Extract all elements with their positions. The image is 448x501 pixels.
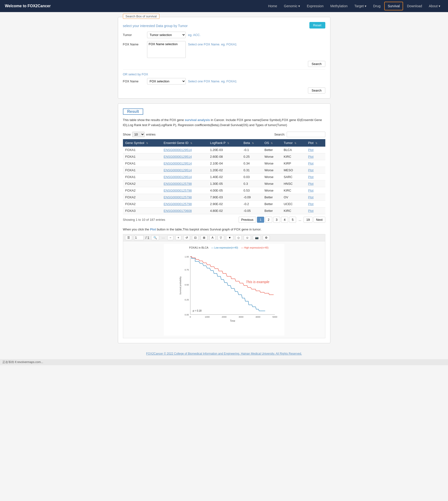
- fox-select[interactable]: FOX selection: [147, 78, 186, 84]
- table-row: FOXA1 ENSG00000129514 1.40E-02 0.03 Wors…: [123, 173, 325, 180]
- nav-download[interactable]: Download: [404, 2, 425, 10]
- cell-ensembl: ENSG00000129514: [161, 173, 208, 180]
- table-search-input[interactable]: [287, 132, 325, 137]
- toolbar-minus-btn[interactable]: −: [167, 235, 173, 240]
- toolbar-refresh-btn[interactable]: ↺: [183, 235, 190, 240]
- toolbar-settings-btn[interactable]: ⚙: [263, 235, 270, 240]
- table-row: FOXA2 ENSG00000125798 1.30E-05 0.3 Worse…: [123, 180, 325, 187]
- toolbar-erase-btn[interactable]: ◇: [235, 235, 242, 240]
- nav-target[interactable]: Target: [352, 2, 369, 10]
- next-page-button[interactable]: Next: [314, 217, 325, 223]
- entries-select[interactable]: 10 25 50 100: [132, 132, 145, 137]
- tumor-label: Tumor: [123, 32, 147, 37]
- cell-tumor: OV: [281, 194, 306, 200]
- cell-gene: FOXA1: [123, 160, 161, 167]
- col-gene-symbol[interactable]: Gene Symbol ⇅: [123, 139, 161, 147]
- chart-svg: 0.00 0.25 0.50 0.75 1.00 0 1000 2000 300…: [178, 251, 280, 330]
- cell-gene: FOXA2: [123, 194, 161, 200]
- pagination: Showing 1 to 10 of 187 entries Previous …: [123, 217, 325, 223]
- ensembl-link[interactable]: ENSG00000129514: [164, 162, 192, 165]
- cell-os: Worse: [262, 167, 281, 173]
- toolbar-filter-btn[interactable]: ▽: [218, 235, 224, 240]
- toolbar-text-btn[interactable]: A: [209, 235, 216, 240]
- col-beta[interactable]: Beta ⇅: [241, 139, 262, 147]
- fox-select-hint: Select one FOX Name. eg. FOXA1: [188, 78, 237, 83]
- nav-survival[interactable]: Survival: [384, 2, 403, 10]
- cell-beta: -0.05: [241, 207, 262, 214]
- col-os[interactable]: OS ⇅: [262, 139, 281, 147]
- reset-button[interactable]: Reset: [309, 22, 325, 29]
- cell-gene: FOXA2: [123, 200, 161, 207]
- plot-link[interactable]: Plot: [308, 189, 314, 192]
- result-panel: Result This table show the results of th…: [118, 103, 330, 343]
- plot-link[interactable]: Plot: [308, 162, 314, 165]
- fox-name-select[interactable]: FOX Name selection: [147, 41, 186, 58]
- plot-link[interactable]: Plot: [308, 209, 314, 212]
- plot-link[interactable]: Plot: [308, 182, 314, 186]
- ensembl-link[interactable]: ENSG00000170608: [164, 209, 192, 212]
- plot-link[interactable]: Plot: [308, 155, 314, 159]
- fox-name-controls-2: FOX selection Select one FOX Name. eg. F…: [147, 78, 325, 84]
- plot-link[interactable]: Plot: [308, 195, 314, 199]
- cell-plot: Plot: [306, 207, 325, 214]
- page-5-button[interactable]: 5: [289, 217, 296, 223]
- ensembl-link[interactable]: ENSG00000125798: [164, 182, 192, 186]
- cell-ensembl: ENSG00000129514: [161, 160, 208, 167]
- nav-home[interactable]: Home: [265, 2, 280, 10]
- nav-drug[interactable]: Drug: [370, 2, 383, 10]
- col-ensembl[interactable]: Ensembl Gene ID ⇅: [161, 139, 208, 147]
- ensembl-link[interactable]: ENSG00000129514: [164, 148, 192, 152]
- search-panel-label: Search Box of survival: [123, 14, 160, 19]
- col-plot[interactable]: Plot ⇅: [306, 139, 325, 147]
- ensembl-link[interactable]: ENSG00000125798: [164, 202, 192, 206]
- ensembl-link[interactable]: ENSG00000125798: [164, 189, 192, 192]
- page-3-button[interactable]: 3: [273, 217, 280, 223]
- nav-genomic[interactable]: Genomic: [281, 2, 303, 10]
- page-1-button[interactable]: 1: [257, 217, 264, 223]
- toolbar-crop-btn[interactable]: ⊞: [201, 235, 208, 240]
- ensembl-link[interactable]: ENSG00000129514: [164, 175, 192, 179]
- ensembl-link[interactable]: ENSG00000125798: [164, 195, 192, 199]
- search-button-2[interactable]: Search: [308, 87, 325, 94]
- pagination-ellipsis: ...: [297, 217, 303, 223]
- svg-text:1000: 1000: [205, 316, 209, 318]
- plot-link[interactable]: Plot: [308, 202, 314, 206]
- or-select-text: OR select by FOX: [123, 72, 325, 76]
- cell-beta: 0.31: [241, 167, 262, 173]
- toolbar-filter2-btn[interactable]: ▼: [226, 235, 233, 240]
- nav-methylation[interactable]: Methylation: [327, 2, 351, 10]
- plot-link[interactable]: Plot: [308, 175, 314, 179]
- page-4-button[interactable]: 4: [281, 217, 288, 223]
- table-controls: Show 10 25 50 100 entries Search:: [123, 132, 325, 137]
- col-tumor[interactable]: Tumor ⇅: [281, 139, 306, 147]
- cell-os: Worse: [262, 180, 281, 187]
- page-last-button[interactable]: 19: [304, 217, 312, 223]
- toolbar-emoji-btn[interactable]: ☺: [244, 235, 251, 240]
- toolbar-list-btn[interactable]: ☰: [125, 235, 132, 240]
- cell-ensembl: ENSG00000125798: [161, 200, 208, 207]
- cell-os: Worse: [262, 187, 281, 194]
- toolbar-plus-btn[interactable]: +: [175, 235, 181, 240]
- cell-ensembl: ENSG00000170608: [161, 207, 208, 214]
- toolbar-page-input[interactable]: [134, 235, 144, 240]
- plot-toolbar: ☰ / 1 🔍 — − + ↺ ⊡ ⊞ A ▽ ▼ ◇ ☺ 📷 ⚙: [123, 234, 325, 241]
- tumor-select[interactable]: Tumor selection: [147, 32, 186, 38]
- cell-ensembl: ENSG00000129514: [161, 153, 208, 160]
- footer-link[interactable]: FOX2Cancer © 2022 College of Biomedical …: [146, 352, 302, 355]
- nav-expression[interactable]: Expression: [304, 2, 326, 10]
- page-2-button[interactable]: 2: [265, 217, 272, 223]
- prev-page-button[interactable]: Previous: [239, 217, 256, 223]
- plot-link[interactable]: Plot: [308, 168, 314, 172]
- nav-about[interactable]: About: [426, 2, 443, 10]
- table-header: Gene Symbol ⇅ Ensembl Gene ID ⇅ LogRank …: [123, 139, 325, 147]
- toolbar-camera-btn[interactable]: 📷: [253, 235, 261, 240]
- ensembl-link[interactable]: ENSG00000129514: [164, 168, 192, 172]
- cell-gene: FOXA2: [123, 187, 161, 194]
- table-row: FOXA1 ENSG00000129514 2.10E-04 0.34 Wors…: [123, 160, 325, 167]
- toolbar-expand-btn[interactable]: ⊡: [192, 235, 199, 240]
- col-logrank[interactable]: LogRank P ⇅: [208, 139, 241, 147]
- toolbar-zoom-btn[interactable]: 🔍: [151, 235, 159, 240]
- plot-link[interactable]: Plot: [308, 148, 314, 152]
- search-button-1[interactable]: Search: [308, 61, 325, 67]
- ensembl-link[interactable]: ENSG00000129514: [164, 155, 192, 159]
